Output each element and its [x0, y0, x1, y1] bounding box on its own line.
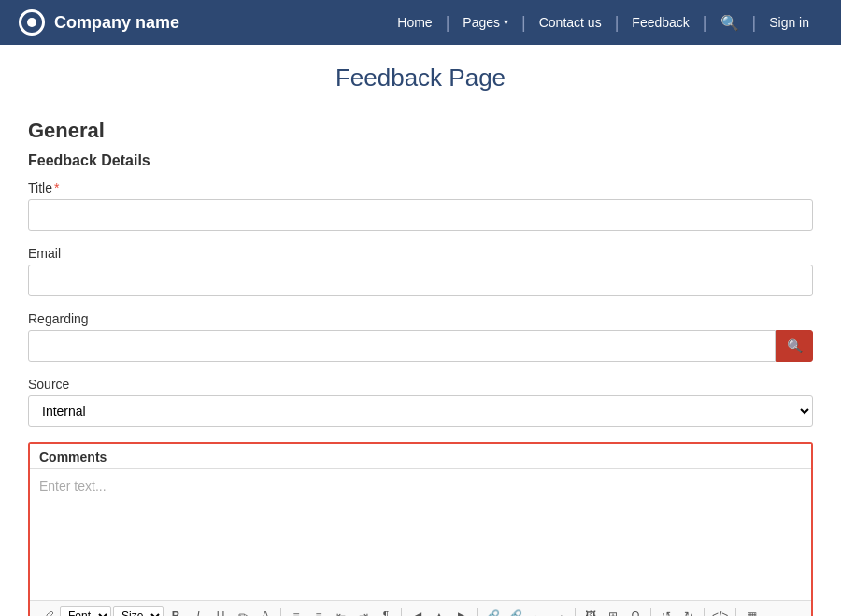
toolbar-size-select[interactable]: Size: [113, 606, 164, 616]
toolbar-special-char-icon[interactable]: Ω: [625, 606, 646, 616]
nav-item-contact[interactable]: Contact us: [526, 0, 615, 45]
comments-toolbar: 🖌 Font Size B I U ✏ A ≡ ≡: [30, 600, 811, 616]
nav-link-feedback[interactable]: Feedback: [619, 0, 702, 45]
regarding-search-icon: 🔍: [787, 338, 803, 353]
toolbar-highlight-icon[interactable]: ✏: [233, 606, 253, 616]
toolbar-ordered-list-icon[interactable]: ≡: [308, 606, 329, 616]
toolbar-align-center-icon[interactable]: ▲: [429, 606, 449, 616]
toolbar-font-select[interactable]: Font: [60, 606, 111, 616]
toolbar-align-left-icon[interactable]: ◀: [406, 606, 427, 616]
nav-link-pages[interactable]: Pages ▾: [449, 0, 521, 45]
toolbar-underline-button[interactable]: U: [210, 606, 231, 616]
title-label: Title*: [28, 180, 813, 195]
brand-name: Company name: [54, 13, 179, 33]
toolbar-italic-button[interactable]: I: [188, 606, 208, 616]
nav-item-signin[interactable]: Sign in: [756, 0, 822, 45]
field-title: Title*: [28, 180, 813, 231]
source-label: Source: [28, 377, 813, 392]
email-label: Email: [28, 246, 813, 261]
nav-item-pages[interactable]: Pages ▾: [449, 0, 521, 45]
toolbar-paragraph-icon[interactable]: ¶: [376, 606, 396, 616]
toolbar-sep-7: [735, 608, 736, 616]
toolbar-bold-button[interactable]: B: [165, 606, 186, 616]
field-email: Email: [28, 246, 813, 296]
toolbar-fontcolor-icon[interactable]: A: [255, 606, 276, 616]
comments-box: Comments Enter text... 🖌 Font Size B I U…: [28, 442, 813, 616]
toolbar-sep-5: [650, 608, 651, 616]
toolbar-outdent-icon[interactable]: ⇤: [331, 606, 351, 616]
navbar: Company name Home | Pages ▾ | Contact us…: [0, 0, 841, 45]
toolbar-sep-6: [704, 608, 705, 616]
toolbar-undo-icon[interactable]: ↺: [656, 606, 677, 616]
section-title: General: [28, 119, 813, 143]
regarding-label: Regarding: [28, 311, 813, 326]
subsection-title: Feedback Details: [28, 152, 813, 169]
nav-item-home[interactable]: Home: [384, 0, 445, 45]
source-select[interactable]: Internal External Web: [28, 395, 813, 427]
brand-icon: [19, 9, 45, 36]
toolbar-arrow-left-icon[interactable]: ←: [527, 606, 548, 616]
toolbar-align-right-icon[interactable]: ▶: [451, 606, 472, 616]
comments-header: Comments: [30, 444, 811, 469]
nav-item-feedback[interactable]: Feedback: [619, 0, 702, 45]
field-regarding: Regarding 🔍: [28, 311, 813, 362]
toolbar-paint-icon[interactable]: 🖌: [37, 606, 58, 616]
nav-item-search[interactable]: 🔍: [707, 14, 752, 32]
nav-menu: Home | Pages ▾ | Contact us | Feedback |…: [384, 0, 822, 45]
toolbar-unlink-icon[interactable]: 🔗: [505, 606, 525, 616]
email-input[interactable]: [28, 265, 813, 296]
brand: Company name: [19, 9, 179, 36]
required-indicator: *: [54, 180, 59, 195]
regarding-input-group: 🔍: [28, 330, 813, 362]
field-source: Source Internal External Web: [28, 377, 813, 427]
main-content: Feedback Page General Feedback Details T…: [9, 45, 832, 616]
toolbar-source-icon[interactable]: </>: [709, 606, 731, 616]
nav-link-signin[interactable]: Sign in: [756, 0, 822, 45]
search-icon[interactable]: 🔍: [707, 14, 752, 32]
toolbar-unordered-list-icon[interactable]: ≡: [286, 606, 306, 616]
nav-link-home[interactable]: Home: [384, 0, 445, 45]
nav-link-contact[interactable]: Contact us: [526, 0, 615, 45]
regarding-input[interactable]: [28, 330, 776, 362]
pages-caret-icon: ▾: [504, 0, 508, 45]
toolbar-sep-1: [280, 608, 281, 616]
title-input[interactable]: [28, 199, 813, 231]
comments-placeholder: Enter text...: [39, 479, 107, 494]
regarding-search-button[interactable]: 🔍: [776, 330, 813, 362]
toolbar-indent-icon[interactable]: ⇥: [353, 606, 374, 616]
toolbar-redo-icon[interactable]: ↻: [678, 606, 699, 616]
toolbar-link-icon[interactable]: 🔗: [482, 606, 503, 616]
toolbar-grid-icon[interactable]: ▦: [741, 606, 762, 616]
toolbar-sep-2: [401, 608, 402, 616]
toolbar-table-icon[interactable]: ⊞: [603, 606, 623, 616]
page-title: Feedback Page: [28, 64, 813, 93]
toolbar-sep-4: [575, 608, 576, 616]
toolbar-sep-3: [477, 608, 478, 616]
toolbar-arrow-right-icon[interactable]: →: [549, 606, 570, 616]
toolbar-image-icon[interactable]: 🖼: [580, 606, 601, 616]
comments-editor[interactable]: Enter text...: [30, 469, 811, 600]
